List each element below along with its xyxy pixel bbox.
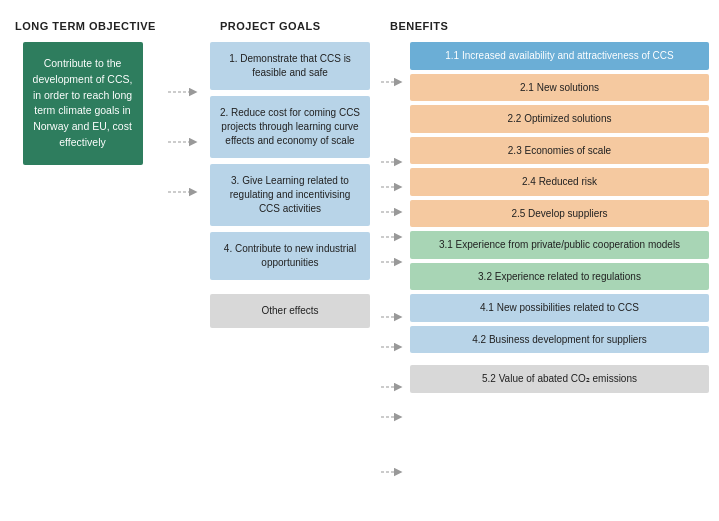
pg-text-2: 2. Reduce cost for coming CCS projects t… [220, 107, 360, 146]
pg-text-4: 4. Contribute to new industrial opportun… [224, 243, 356, 268]
ben-box-4: 2.3 Economies of scale [410, 137, 709, 165]
header-ben: BENEFITS [360, 20, 650, 32]
pg-text-1: 1. Demonstrate that CCS is feasible and … [229, 53, 351, 78]
ben-box-6: 2.5 Develop suppliers [410, 200, 709, 228]
ben-text-1: 1.1 Increased availability and attractiv… [445, 50, 673, 61]
ben-box-9: 4.1 New possibilities related to CCS [410, 294, 709, 322]
main-row: Contribute to the development of CCS, in… [10, 42, 709, 502]
pg-text-3: 3. Give Learning related to regulating a… [230, 175, 351, 214]
pg-box-other: Other effects [210, 294, 370, 328]
pg-text-other: Other effects [261, 305, 318, 316]
arrow2-col [370, 42, 410, 502]
diagram-container: LONG TERM OBJECTIVE PROJECT GOALS BENEFI… [0, 0, 719, 521]
ben-box-10: 4.2 Business development for suppliers [410, 326, 709, 354]
ben-box-2: 2.1 New solutions [410, 74, 709, 102]
arrow1-col [155, 42, 210, 242]
ben-box-7: 3.1 Experience from private/public coope… [410, 231, 709, 259]
lto-column: Contribute to the development of CCS, in… [10, 42, 155, 165]
pg-box-1: 1. Demonstrate that CCS is feasible and … [210, 42, 370, 90]
ben-text-7: 3.1 Experience from private/public coope… [439, 239, 680, 250]
ben-text-11: 5.2 Value of abated CO₂ emissions [482, 373, 637, 384]
ben-box-5: 2.4 Reduced risk [410, 168, 709, 196]
lto-text: Contribute to the development of CCS, in… [33, 57, 133, 148]
pg-box-2: 2. Reduce cost for coming CCS projects t… [210, 96, 370, 158]
ben-box-1: 1.1 Increased availability and attractiv… [410, 42, 709, 70]
ben-text-5: 2.4 Reduced risk [522, 176, 597, 187]
benefits-column: 1.1 Increased availability and attractiv… [410, 42, 709, 393]
pg-column: 1. Demonstrate that CCS is feasible and … [210, 42, 370, 328]
ben-text-8: 3.2 Experience related to regulations [478, 271, 641, 282]
ben-box-8: 3.2 Experience related to regulations [410, 263, 709, 291]
lto-box: Contribute to the development of CCS, in… [23, 42, 143, 165]
ben-text-9: 4.1 New possibilities related to CCS [480, 302, 639, 313]
arrow1-svg [163, 42, 203, 242]
ben-text-4: 2.3 Economies of scale [508, 145, 611, 156]
ben-box-11: 5.2 Value of abated CO₂ emissions [410, 365, 709, 393]
ben-text-2: 2.1 New solutions [520, 82, 599, 93]
header-pg: PROJECT GOALS [170, 20, 360, 32]
arrow2-svg [373, 42, 408, 502]
ben-box-3: 2.2 Optimized solutions [410, 105, 709, 133]
header-row: LONG TERM OBJECTIVE PROJECT GOALS BENEFI… [10, 20, 709, 32]
pg-box-3: 3. Give Learning related to regulating a… [210, 164, 370, 226]
ben-text-6: 2.5 Develop suppliers [511, 208, 607, 219]
pg-box-4: 4. Contribute to new industrial opportun… [210, 232, 370, 280]
ben-text-10: 4.2 Business development for suppliers [472, 334, 647, 345]
header-lto: LONG TERM OBJECTIVE [10, 20, 170, 32]
ben-text-3: 2.2 Optimized solutions [508, 113, 612, 124]
